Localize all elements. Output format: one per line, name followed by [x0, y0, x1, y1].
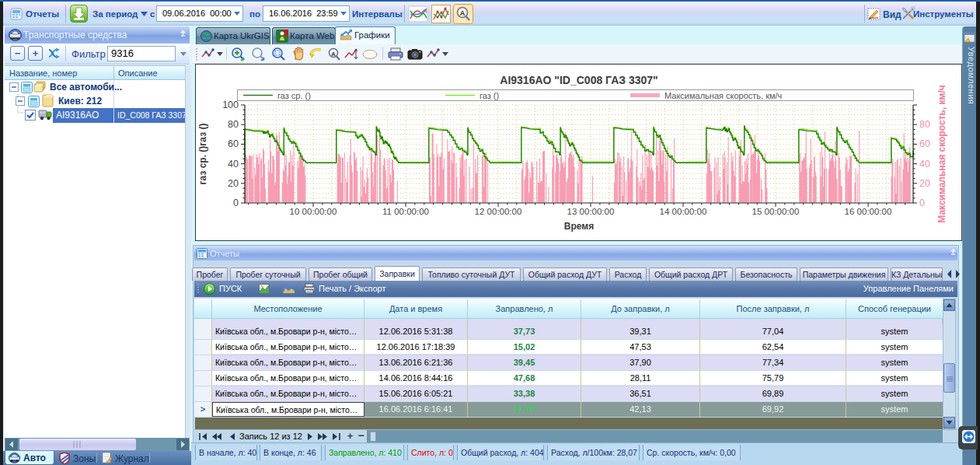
svg-text:100: 100 [222, 100, 239, 110]
svg-text:80: 80 [228, 119, 239, 130]
svg-text:40: 40 [228, 159, 239, 170]
svg-text:60: 60 [919, 138, 930, 149]
svg-text:A: A [460, 9, 466, 17]
svg-text:80: 80 [919, 119, 930, 130]
svg-text:газ ср. ()газ (): газ ср. ()газ () [197, 124, 208, 185]
svg-text:20: 20 [228, 178, 239, 189]
svg-text:Время: Время [564, 221, 594, 232]
svg-text:A: A [331, 51, 336, 58]
svg-text:20: 20 [919, 178, 930, 189]
svg-text:16 00:00:00: 16 00:00:00 [845, 207, 892, 216]
svg-text:11 00:00:00: 11 00:00:00 [382, 207, 429, 216]
svg-text:газ ср. (): газ ср. () [277, 91, 311, 100]
svg-text:40: 40 [919, 159, 930, 170]
svg-text:10 00:00:00: 10 00:00:00 [290, 207, 337, 216]
svg-text:Максимальная скорость, км/ч: Максимальная скорость, км/ч [664, 91, 782, 100]
svg-text:Максимальная скорость, км/ч: Максимальная скорость, км/ч [936, 85, 947, 223]
svg-text:13 00:00:00: 13 00:00:00 [567, 207, 615, 216]
svg-text:60: 60 [228, 138, 239, 149]
svg-text:14 00:00:00: 14 00:00:00 [660, 207, 707, 216]
svg-text:15 00:00:00: 15 00:00:00 [752, 207, 800, 216]
svg-text:газ (): газ () [480, 91, 499, 100]
svg-text:0: 0 [233, 198, 239, 208]
svg-text:12 00:00:00: 12 00:00:00 [475, 207, 522, 216]
svg-text:AI9316AO "ID_C008 ГАЗ 3307": AI9316AO "ID_C008 ГАЗ 3307" [500, 74, 657, 86]
svg-text:0: 0 [919, 198, 925, 208]
